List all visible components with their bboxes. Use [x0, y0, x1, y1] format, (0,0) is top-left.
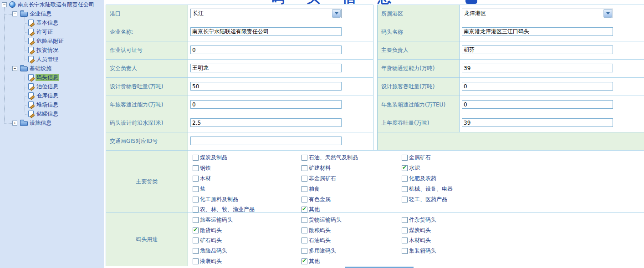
- checkbox-cargo-other[interactable]: ✔: [302, 207, 307, 212]
- form-value-cell: [459, 23, 644, 41]
- annual-passenger-capacity-input[interactable]: [190, 100, 342, 109]
- checkbox-label: 矿石码头: [200, 237, 222, 244]
- checkbox-bulk-grain-wharf[interactable]: [302, 228, 307, 233]
- checkbox-label: 其他: [309, 258, 320, 265]
- checkbox-bulk-cargo-wharf[interactable]: ✔: [193, 228, 199, 233]
- checkbox-item-nonferrous-metal[interactable]: 有色金属: [302, 196, 331, 203]
- form-row-design-front-depth: 码头设计前沿水深(米): [106, 114, 373, 132]
- checkbox-agri-forest-fishery[interactable]: [193, 207, 199, 212]
- checkbox-label: 石油、天然气及制品: [309, 154, 358, 162]
- checkbox-item-multi-purpose-wharf[interactable]: 多用途码头: [302, 248, 336, 254]
- checkbox-salt[interactable]: [193, 186, 199, 192]
- checkbox-item-steel[interactable]: 钢铁: [193, 165, 211, 172]
- form-row-main-officer: 主要负责人: [377, 41, 644, 59]
- checkbox-item-fertilizer-pesticide[interactable]: 化肥及农药: [402, 175, 436, 182]
- form-value-cell: [188, 96, 373, 114]
- checkbox-item-non-metal-ore[interactable]: 非金属矿石: [302, 175, 336, 182]
- checkbox-item-mine-build-materials[interactable]: 矿建材料: [302, 165, 331, 172]
- chevron-down-icon[interactable]: [603, 9, 612, 18]
- checkbox-item-light-industry-medicine[interactable]: 轻工、医药产品: [402, 196, 447, 203]
- checkbox-multi-purpose-wharf[interactable]: [302, 248, 307, 254]
- checkbox-item-chemical-raw-products[interactable]: 化工原料及制品: [193, 196, 238, 203]
- checkbox-passenger-transport-wharf[interactable]: [193, 217, 199, 223]
- checkbox-light-industry-medicine[interactable]: [402, 197, 408, 202]
- annual-container-capacity-input[interactable]: [462, 100, 613, 109]
- company-name-input[interactable]: [190, 27, 342, 36]
- checkbox-mine-build-materials[interactable]: [302, 165, 307, 171]
- checkbox-item-general-cargo-wharf[interactable]: 件杂货码头: [402, 217, 436, 223]
- checkbox-steel[interactable]: [193, 165, 199, 171]
- checkbox-fertilizer-pesticide[interactable]: [402, 176, 408, 182]
- work-permit-no-input[interactable]: [190, 46, 342, 54]
- form-row-gis-id: 交通局GIS对应ID号: [106, 132, 373, 150]
- checkbox-item-salt[interactable]: 盐: [193, 186, 205, 192]
- main-officer-input[interactable]: [462, 46, 613, 54]
- form-row-design-passenger-throughput: 设计旅客吞吐量(万吨): [377, 77, 644, 96]
- checkbox-item-cement[interactable]: ✔水泥: [402, 165, 420, 172]
- checkbox-item-machinery-equipment-appliance[interactable]: 机械、设备、电器: [402, 186, 453, 192]
- checkbox-metal-ore[interactable]: [402, 155, 408, 161]
- design-front-depth-label: 码头设计前沿水深(米): [106, 114, 188, 132]
- checkbox-chemical-raw-products[interactable]: [193, 197, 199, 202]
- checkbox-item-cargo-other[interactable]: ✔其他: [302, 206, 320, 213]
- checkbox-item-usage-other[interactable]: ✔其他: [302, 258, 320, 265]
- checkbox-container-wharf[interactable]: [402, 248, 408, 254]
- design-passenger-throughput-input[interactable]: [462, 82, 613, 91]
- port-area-select[interactable]: 龙潭港区: [462, 9, 613, 18]
- checkbox-non-metal-ore[interactable]: [302, 176, 307, 182]
- checkbox-item-bulk-grain-wharf[interactable]: 散粮码头: [302, 227, 331, 234]
- wharf-name-input[interactable]: [462, 27, 613, 36]
- chevron-down-icon[interactable]: [332, 9, 341, 18]
- last-year-throughput-input[interactable]: [462, 118, 613, 127]
- port-select[interactable]: 长江: [190, 9, 342, 18]
- checkbox-item-oil-gas-products[interactable]: 石油、天然气及制品: [302, 154, 358, 161]
- safety-officer-input[interactable]: [190, 64, 342, 72]
- checkbox-label: 木材码头: [409, 237, 431, 244]
- checkbox-item-container-wharf[interactable]: 集装箱码头: [402, 248, 436, 254]
- checkbox-cargo-transport-wharf[interactable]: [302, 217, 307, 223]
- annual-container-capacity-label: 年集装箱通过能力(万TEU): [377, 96, 459, 114]
- checkbox-cement[interactable]: ✔: [402, 165, 408, 171]
- checkbox-item-cargo-transport-wharf[interactable]: 货物运输码头: [302, 217, 342, 223]
- checkbox-timber-wharf[interactable]: [402, 238, 408, 243]
- main-cargo-types-label: 主要货类: [106, 150, 188, 212]
- checkbox-coal-wharf[interactable]: [402, 228, 408, 233]
- checkbox-wood[interactable]: [193, 176, 199, 182]
- checkbox-general-cargo-wharf[interactable]: [402, 217, 408, 223]
- work-permit-no-label: 作业认可证号: [106, 41, 188, 59]
- gis-id-input[interactable]: [190, 137, 342, 145]
- checkbox-machinery-equipment-appliance[interactable]: [402, 186, 408, 192]
- form-value-cell: [188, 23, 373, 41]
- checkbox-nonferrous-metal[interactable]: [302, 197, 307, 202]
- checkbox-item-dangerous-goods-wharf[interactable]: 危险品码头: [193, 248, 227, 254]
- annual-passenger-capacity-label: 年旅客通过能力(万吨): [106, 96, 188, 114]
- checkbox-item-oil-wharf[interactable]: 石油码头: [302, 237, 331, 244]
- checkbox-oil-gas-products[interactable]: [302, 155, 307, 161]
- checkbox-item-timber-wharf[interactable]: 木材码头: [402, 237, 431, 244]
- checkbox-item-passenger-transport-wharf[interactable]: 旅客运输码头: [193, 217, 233, 223]
- form-value-cell: [188, 77, 373, 96]
- checkbox-item-coal-wharf[interactable]: 煤炭码头: [402, 227, 431, 234]
- checkbox-label: 散粮码头: [309, 227, 331, 234]
- checkbox-item-grain[interactable]: 粮食: [302, 186, 320, 192]
- checkbox-item-liquid-wharf[interactable]: 液装码头: [193, 258, 222, 265]
- design-cargo-throughput-input[interactable]: [190, 82, 342, 91]
- form-value-cell: [188, 41, 373, 59]
- checkbox-dangerous-goods-wharf[interactable]: [193, 248, 199, 254]
- checkbox-ore-wharf[interactable]: [193, 238, 199, 243]
- checkbox-item-metal-ore[interactable]: 金属矿石: [402, 154, 431, 161]
- checkbox-item-coal-products[interactable]: 煤炭及制品: [193, 154, 227, 161]
- checkbox-grain[interactable]: [302, 186, 307, 192]
- checkbox-label: 化工原料及制品: [200, 196, 238, 203]
- checkbox-item-ore-wharf[interactable]: 矿石码头: [193, 237, 222, 244]
- checkbox-oil-wharf[interactable]: [302, 238, 307, 243]
- annual-cargo-capacity-input[interactable]: [462, 64, 613, 72]
- checkbox-item-agri-forest-fishery[interactable]: 农、林、牧、渔业产品: [193, 206, 255, 213]
- checkbox-item-bulk-cargo-wharf[interactable]: ✔散货码头: [193, 227, 222, 234]
- checkbox-item-wood[interactable]: 木材: [193, 175, 211, 182]
- checkbox-liquid-wharf[interactable]: [193, 258, 199, 264]
- design-front-depth-input[interactable]: [190, 118, 342, 127]
- checkbox-usage-other[interactable]: ✔: [302, 258, 307, 264]
- checkbox-coal-products[interactable]: [193, 155, 199, 161]
- checkbox-label: 盐: [200, 185, 205, 193]
